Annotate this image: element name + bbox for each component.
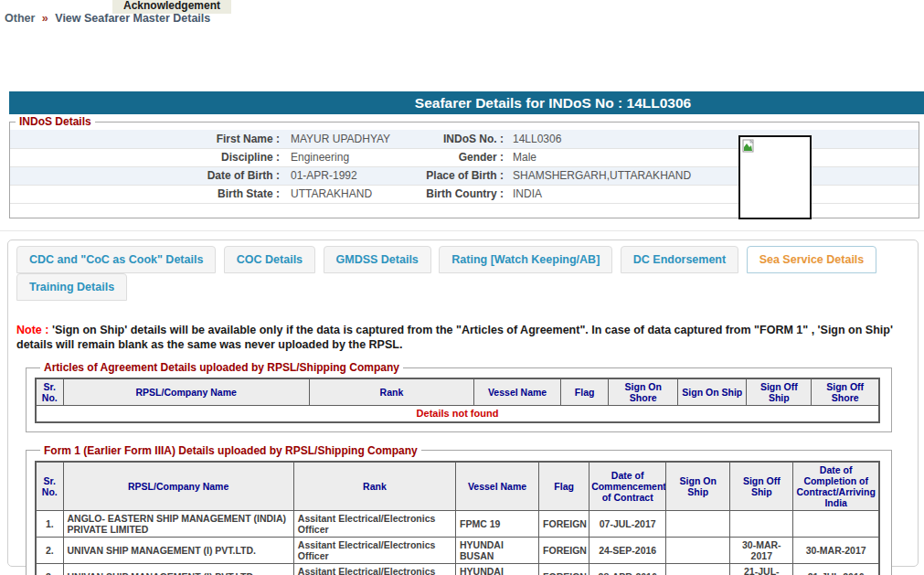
articles-header-sr-no: Sr. No. (36, 378, 63, 406)
discipline-value: Engineering (280, 148, 412, 166)
form1-row3-company: UNIVAN SHIP MANAGEMENT (I) PVT.LTD. (63, 563, 293, 575)
form1-table-row: 3. UNIVAN SHIP MANAGEMENT (I) PVT.LTD. A… (36, 563, 879, 575)
form1-row2-sr: 2. (36, 537, 63, 563)
form1-row2-flag: FOREIGN (539, 537, 589, 563)
form1-row3-sign-off-ship: 21-JUL-2016 (730, 563, 793, 575)
date-of-birth-label: Date of Birth : (10, 166, 280, 185)
indos-details-legend: INDoS Details (16, 115, 95, 128)
details-not-found-message: Details not found (36, 406, 879, 422)
gender-value: Male (504, 148, 919, 166)
form1-table-row: 1. ANGLO- EASTERN SHIP MANAGEMENT (INDIA… (36, 510, 879, 537)
form1-row1-flag: FOREIGN (539, 510, 589, 537)
horizontal-divider (0, 230, 924, 231)
indos-details-fieldset: INDoS Details First Name : MAYUR UPADHYA… (9, 115, 919, 218)
articles-of-agreement-legend: Articles of Agreement Details uploaded b… (40, 361, 403, 374)
articles-header-row: Sr. No. RPSL/Company Name Rank Vessel Na… (36, 378, 879, 406)
tab-gmdss-details[interactable]: GMDSS Details (324, 246, 431, 273)
form1-row2-commencement: 24-SEP-2016 (589, 537, 666, 563)
articles-of-agreement-table: Sr. No. RPSL/Company Name Rank Vessel Na… (35, 378, 880, 423)
articles-empty-row: Details not found (36, 406, 879, 422)
place-of-birth-value: SHAMSHERGARH,UTTARAKHAND (504, 166, 919, 185)
form1-row2-rank: Assitant Electrical/Electronics Officer (293, 537, 455, 563)
breadcrumb-view-seafarer-master-details[interactable]: View Seafarer Master Details (55, 12, 210, 25)
breadcrumb-other[interactable]: Other (5, 12, 35, 25)
tab-sea-service-details[interactable]: Sea Service Details (747, 246, 877, 273)
birth-country-value: INDIA (504, 185, 919, 203)
articles-header-vessel: Vessel Name (474, 378, 561, 406)
form1-fieldset: Form 1 (Earlier Form IIIA) Details uploa… (26, 444, 892, 575)
form1-row3-sr: 3. (36, 563, 63, 575)
tab-dc-endorsement[interactable]: DC Endorsement (621, 246, 738, 273)
birth-country-label: Birth Country : (412, 185, 504, 203)
form1-row1-rank: Assitant Electrical/Electronics Officer (293, 510, 455, 537)
first-name-label: First Name : (10, 130, 280, 148)
form1-row2-sign-off-ship: 30-MAR-2017 (730, 537, 793, 563)
form1-legend: Form 1 (Earlier Form IIIA) Details uploa… (40, 444, 421, 457)
form1-row1-sign-off-ship (730, 510, 793, 537)
form1-header-row: Sr. No. RPSL/Company Name Rank Vessel Na… (36, 462, 879, 511)
form1-header-company: RPSL/Company Name (63, 462, 293, 511)
articles-header-sign-off-ship: Sign Off Ship (747, 378, 812, 406)
form1-row2-completion: 30-MAR-2017 (793, 537, 879, 563)
form1-row1-vessel: FPMC 19 (455, 510, 538, 537)
form1-row2-sign-on-ship (666, 537, 730, 563)
page-title: Seafarer Details for INDoS No : 14LL0306 (415, 95, 691, 111)
tab-cdc-coc-as-cook-details[interactable]: CDC and "CoC as Cook" Details (16, 246, 216, 273)
articles-header-sign-off-shore: Sign Off Shore (812, 378, 879, 406)
articles-of-agreement-fieldset: Articles of Agreement Details uploaded b… (26, 361, 892, 432)
form1-header-sign-on-ship: Sign On Ship (666, 462, 730, 511)
form1-row3-rank: Assitant Electrical/Electronics Officer (293, 563, 455, 575)
form1-header-vessel: Vessel Name (455, 462, 538, 511)
form1-row2-vessel: HYUNDAI BUSAN (455, 537, 538, 563)
note-text: 'Sign on Ship' details will be available… (16, 324, 893, 351)
articles-header-sign-on-ship: Sign On Ship (678, 378, 747, 406)
form1-row1-commencement: 07-JUL-2017 (589, 510, 666, 537)
form1-row3-flag: FOREIGN (539, 563, 589, 575)
form1-row1-company: ANGLO- EASTERN SHIP MANAGEMENT (INDIA) P… (63, 510, 293, 537)
sign-on-ship-note: Note : 'Sign on Ship' details will be av… (16, 323, 907, 352)
form1-row3-vessel: HYUNDAI BUSAN (455, 563, 538, 575)
seafarer-photo-placeholder (738, 135, 812, 219)
form1-header-sr-no: Sr. No. (36, 462, 63, 511)
form1-row1-sign-on-ship (666, 510, 730, 537)
note-label: Note : (16, 324, 48, 336)
birth-state-value: UTTARAKHAND (280, 185, 412, 203)
form1-header-flag: Flag (539, 462, 589, 511)
broken-image-icon (742, 139, 757, 154)
indos-no-label: INDoS No. : (412, 130, 504, 148)
birth-state-label: Birth State : (10, 185, 280, 203)
breadcrumb-separator-icon: » (38, 12, 52, 25)
tab-rating-watch-keeping-ab[interactable]: Rating [Watch Keeping/AB] (439, 246, 612, 273)
articles-header-company: RPSL/Company Name (63, 378, 309, 406)
tab-coc-details[interactable]: COC Details (224, 246, 315, 273)
place-of-birth-label: Place of Birth : (412, 166, 504, 185)
form1-row1-sr: 1. (36, 510, 63, 537)
page-title-banner: Seafarer Details for INDoS No : 14LL0306 (9, 91, 924, 114)
form1-header-rank: Rank (293, 462, 455, 511)
indos-no-value: 14LL0306 (504, 130, 919, 148)
form1-row3-commencement: 28-APR-2016 (589, 563, 666, 575)
discipline-label: Discipline : (10, 148, 280, 166)
form1-header-sign-off-ship: Sign Off Ship (730, 462, 793, 511)
form1-row2-company: UNIVAN SHIP MANAGEMENT (I) PVT.LTD. (63, 537, 293, 563)
form1-table: Sr. No. RPSL/Company Name Rank Vessel Na… (35, 461, 880, 575)
articles-header-sign-on-shore: Sign On Shore (609, 378, 678, 406)
form1-row3-completion: 21-JUL-2016 (793, 563, 879, 575)
tab-training-details[interactable]: Training Details (16, 273, 127, 301)
date-of-birth-value: 01-APR-1992 (280, 166, 412, 185)
form1-row1-completion (793, 510, 879, 537)
form1-table-row: 2. UNIVAN SHIP MANAGEMENT (I) PVT.LTD. A… (36, 537, 879, 563)
seafarer-details-tab-panel: CDC and "CoC as Cook" Details COC Detail… (7, 240, 919, 567)
articles-header-flag: Flag (561, 378, 609, 406)
form1-header-commencement: Date of Commencement of Contract (589, 462, 666, 511)
form1-row3-sign-on-ship (666, 563, 730, 575)
breadcrumb: Other » View Seafarer Master Details (5, 12, 210, 25)
tab-bar: CDC and "CoC as Cook" Details COC Detail… (16, 246, 918, 301)
gender-label: Gender : (412, 148, 504, 166)
form1-header-completion: Date of Completion of Contract/Arriving … (793, 462, 879, 511)
first-name-value: MAYUR UPADHYAY (280, 130, 412, 148)
articles-header-rank: Rank (309, 378, 473, 406)
